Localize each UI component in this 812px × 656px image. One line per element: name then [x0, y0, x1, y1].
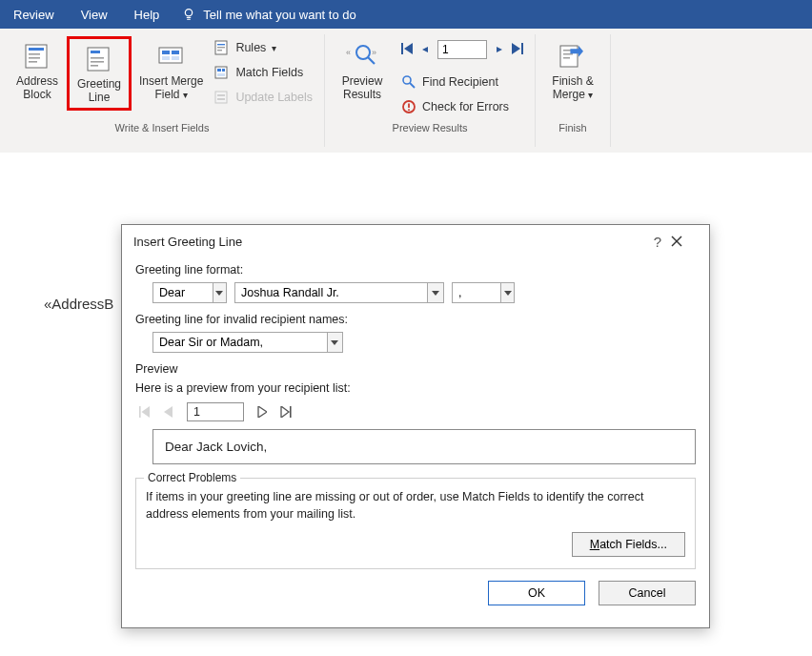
svg-rect-24	[215, 92, 227, 103]
preview-prev-button[interactable]	[164, 406, 173, 418]
invalid-input[interactable]	[153, 333, 327, 352]
close-button[interactable]	[671, 236, 698, 247]
name-format-combo[interactable]	[234, 282, 444, 303]
svg-marker-51	[281, 406, 289, 418]
match-fields-button[interactable]: Match Fields	[211, 63, 316, 82]
close-icon	[671, 236, 682, 247]
punct-combo[interactable]	[452, 282, 515, 303]
prev-record-button[interactable]	[422, 47, 428, 52]
insert-greeting-line-dialog: Insert Greeting Line ? Greeting line for…	[121, 224, 710, 628]
correct-problems-group: Correct Problems If items in your greeti…	[135, 478, 696, 569]
match-fields-icon	[214, 65, 230, 80]
correct-problems-text: If items in your greeting line are missi…	[146, 488, 685, 523]
chevron-down-icon	[504, 291, 512, 296]
last-record-button[interactable]	[512, 41, 523, 58]
preview-next-button[interactable]	[257, 406, 267, 418]
svg-rect-9	[91, 61, 104, 63]
insert-merge-field-button[interactable]: Insert Merge Field ▾	[132, 36, 211, 106]
check-errors-button[interactable]: Check for Errors	[397, 97, 527, 116]
salutation-dropdown-button[interactable]	[213, 283, 226, 302]
help-button[interactable]: ?	[644, 234, 671, 250]
menu-bar: Review View Help Tell me what you want t…	[0, 0, 812, 29]
first-record-button[interactable]	[401, 41, 413, 58]
ok-button[interactable]: OK	[488, 581, 585, 605]
tell-me-search[interactable]: Tell me what you want to do	[173, 8, 365, 22]
preview-first-button[interactable]	[139, 406, 151, 418]
check-errors-icon	[401, 99, 416, 114]
invalid-combo[interactable]	[152, 332, 343, 353]
svg-marker-32	[404, 43, 413, 54]
preview-hint: Here is a preview from your recipient li…	[135, 381, 696, 395]
svg-rect-4	[29, 57, 40, 59]
preview-results-icon: «»	[346, 40, 378, 72]
dialog-footer: OK Cancel	[122, 569, 709, 605]
record-number-input[interactable]	[437, 40, 487, 59]
svg-point-39	[408, 109, 410, 111]
write-insert-mini-stack: Rules ▾ Match Fields Update Labels	[211, 36, 316, 107]
svg-rect-21	[217, 69, 221, 72]
group-label-finish: Finish	[558, 122, 586, 137]
preview-results-button[interactable]: «» Preview Results	[333, 36, 392, 105]
preview-nav	[139, 402, 696, 421]
svg-text:«: «	[346, 48, 351, 57]
preview-last-button[interactable]	[280, 406, 292, 418]
svg-rect-7	[91, 51, 100, 53]
match-fields-dialog-button[interactable]: Match Fields...	[572, 532, 685, 557]
svg-line-36	[410, 83, 415, 88]
address-block-icon	[21, 40, 53, 72]
punct-input[interactable]	[453, 283, 500, 302]
svg-rect-8	[91, 57, 104, 59]
rules-button[interactable]: Rules ▾	[211, 38, 316, 57]
cancel-button[interactable]: Cancel	[599, 581, 696, 605]
address-block-merge-field: «AddressB	[44, 296, 113, 312]
menu-help[interactable]: Help	[121, 8, 173, 22]
group-label-preview: Preview Results	[393, 122, 468, 137]
chevron-down-icon: ▾	[272, 42, 276, 53]
svg-marker-48	[142, 406, 151, 418]
chevron-down-icon	[331, 340, 338, 345]
chevron-down-icon	[215, 291, 223, 296]
preview-mini-stack: Find Recipient Check for Errors	[397, 36, 527, 116]
dialog-titlebar: Insert Greeting Line ?	[122, 225, 709, 257]
greeting-line-icon	[83, 43, 115, 75]
svg-rect-26	[217, 98, 225, 100]
next-record-button[interactable]	[497, 47, 502, 52]
svg-rect-23	[217, 73, 225, 76]
svg-point-0	[186, 10, 193, 16]
svg-marker-33	[512, 43, 520, 54]
name-format-input[interactable]	[235, 283, 427, 302]
salutation-input[interactable]	[153, 283, 213, 302]
find-recipient-button[interactable]: Find Recipient	[397, 72, 527, 92]
correct-problems-legend: Correct Problems	[144, 471, 240, 484]
greeting-line-button[interactable]: Greeting Line	[67, 36, 132, 111]
svg-rect-18	[217, 47, 225, 48]
chevron-down-icon: ▾	[183, 90, 188, 100]
invalid-dropdown-button[interactable]	[327, 333, 343, 352]
svg-rect-2	[29, 48, 44, 51]
menu-review[interactable]: Review	[0, 8, 68, 22]
svg-point-35	[403, 76, 411, 84]
ribbon-group-finish: Finish & Merge ▾ Finish	[536, 34, 611, 147]
chevron-down-icon: ▾	[588, 90, 593, 100]
name-format-dropdown-button[interactable]	[427, 283, 443, 302]
svg-rect-43	[563, 57, 570, 59]
svg-rect-11	[159, 48, 182, 63]
salutation-combo[interactable]	[152, 282, 227, 303]
svg-rect-19	[217, 50, 222, 51]
svg-rect-34	[521, 43, 523, 54]
tell-me-label: Tell me what you want to do	[203, 8, 355, 22]
chevron-down-icon	[432, 291, 439, 296]
punct-dropdown-button[interactable]	[500, 283, 514, 302]
preview-index-input[interactable]	[187, 402, 244, 421]
svg-rect-17	[217, 44, 225, 45]
ribbon-group-preview: «» Preview Results Find Recipient	[325, 34, 536, 147]
finish-merge-button[interactable]: Finish & Merge ▾	[543, 36, 602, 106]
find-recipient-icon	[401, 74, 416, 90]
preview-record-nav	[397, 38, 527, 67]
finish-merge-icon	[557, 40, 589, 72]
address-block-button[interactable]: Address Block	[8, 36, 67, 105]
menu-view[interactable]: View	[68, 8, 121, 22]
svg-rect-31	[401, 43, 403, 54]
ribbon-group-write-insert: Address Block Greeting Line Insert Merge…	[0, 34, 325, 147]
ribbon: Address Block Greeting Line Insert Merge…	[0, 29, 812, 148]
